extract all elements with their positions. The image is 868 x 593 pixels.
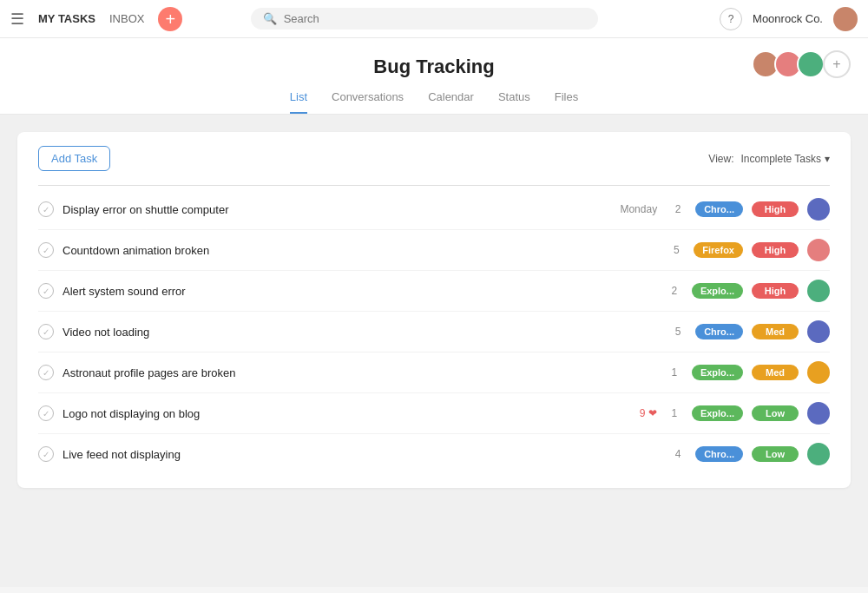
nav-right: ? Moonrock Co.	[720, 7, 858, 31]
inbox-link[interactable]: INBOX	[109, 12, 144, 25]
task-priority-tag-5[interactable]: Low	[752, 405, 799, 421]
add-button[interactable]: +	[158, 7, 182, 31]
task-count-2: 2	[666, 285, 683, 297]
add-task-button[interactable]: Add Task	[38, 146, 110, 171]
main-content: Add Task View: Incomplete Tasks ▾ ✓ Disp…	[0, 115, 868, 587]
task-check-2[interactable]: ✓	[38, 283, 54, 299]
task-priority-tag-6[interactable]: Low	[752, 446, 799, 462]
task-avatar-0	[807, 198, 830, 221]
user-avatar[interactable]	[833, 7, 858, 31]
view-filter[interactable]: View: Incomplete Tasks ▾	[708, 153, 830, 165]
task-check-3[interactable]: ✓	[38, 324, 54, 339]
task-toolbar: Add Task View: Incomplete Tasks ▾	[38, 146, 830, 171]
my-tasks-link[interactable]: MY TASKS	[38, 12, 95, 25]
project-tabs: List Conversations Calendar Status Files	[0, 90, 868, 114]
task-day-0: Monday	[620, 203, 657, 215]
team-avatars: +	[752, 50, 851, 78]
task-row: ✓ Alert system sound error 2 Explo... Hi…	[38, 271, 830, 312]
task-row: ✓ Video not loading 5 Chro... Med	[38, 312, 830, 353]
task-row: ✓ Live feed not displaying 4 Chro... Low	[38, 434, 830, 474]
search-bar: 🔍	[251, 8, 598, 30]
task-priority-tag-4[interactable]: Med	[752, 365, 799, 380]
task-row: ✓ Countdown animation broken 5 Firefox H…	[38, 230, 830, 271]
task-browser-tag-1[interactable]: Firefox	[694, 242, 743, 258]
task-priority-tag-1[interactable]: High	[752, 242, 799, 258]
task-avatar-1	[807, 239, 830, 261]
menu-icon[interactable]: ☰	[10, 10, 24, 29]
task-name-3[interactable]: Video not loading	[62, 326, 661, 339]
search-icon: 🔍	[263, 12, 277, 25]
task-avatar-5	[807, 402, 830, 425]
task-check-0[interactable]: ✓	[38, 201, 54, 217]
help-button[interactable]: ?	[720, 8, 742, 30]
task-check-6[interactable]: ✓	[38, 446, 54, 462]
team-avatar-3[interactable]	[797, 50, 825, 78]
workspace-name: Moonrock Co.	[753, 12, 823, 25]
task-avatar-6	[807, 443, 830, 465]
task-list: ✓ Display error on shuttle computer Mond…	[38, 189, 830, 474]
task-row: ✓ Astronaut profile pages are broken 1 E…	[38, 353, 830, 393]
task-count-0: 2	[669, 203, 687, 215]
task-count-3: 5	[669, 326, 687, 338]
task-count-4: 1	[666, 366, 683, 379]
task-avatar-3	[807, 320, 830, 343]
task-count-1: 5	[667, 244, 685, 256]
task-name-2[interactable]: Alert system sound error	[62, 285, 657, 298]
task-avatar-4	[807, 361, 830, 384]
task-browser-tag-6[interactable]: Chro...	[695, 446, 743, 462]
project-header: Bug Tracking + List Conversations Calend…	[0, 38, 868, 115]
task-row: ✓ Logo not displaying on blog 9 ❤ 1 Expl…	[38, 393, 830, 434]
task-check-1[interactable]: ✓	[38, 242, 54, 258]
task-priority-tag-0[interactable]: High	[752, 201, 799, 217]
task-container: Add Task View: Incomplete Tasks ▾ ✓ Disp…	[17, 132, 851, 488]
search-input[interactable]	[284, 12, 586, 25]
project-title: Bug Tracking	[0, 56, 868, 78]
view-label: View:	[708, 153, 733, 165]
task-name-1[interactable]: Countdown animation broken	[62, 244, 659, 257]
task-check-5[interactable]: ✓	[38, 405, 54, 421]
view-value: Incomplete Tasks	[741, 153, 822, 165]
task-browser-tag-4[interactable]: Explo...	[692, 365, 743, 380]
task-priority-tag-3[interactable]: Med	[752, 324, 799, 339]
task-browser-tag-2[interactable]: Explo...	[692, 283, 743, 299]
tab-list[interactable]: List	[290, 90, 307, 114]
tab-conversations[interactable]: Conversations	[332, 90, 404, 114]
add-member-button[interactable]: +	[823, 50, 851, 78]
tab-calendar[interactable]: Calendar	[428, 90, 474, 114]
task-browser-tag-0[interactable]: Chro...	[695, 201, 743, 217]
task-divider	[38, 185, 830, 186]
task-likes-5: 9 ❤	[640, 407, 657, 419]
task-count-5: 1	[666, 407, 683, 419]
task-name-4[interactable]: Astronaut profile pages are broken	[62, 366, 657, 379]
task-priority-tag-2[interactable]: High	[752, 283, 799, 299]
task-name-5[interactable]: Logo not displaying on blog	[62, 407, 631, 420]
tab-status[interactable]: Status	[498, 90, 530, 114]
task-browser-tag-5[interactable]: Explo...	[692, 405, 743, 421]
top-navigation: ☰ MY TASKS INBOX + 🔍 ? Moonrock Co.	[0, 0, 868, 38]
task-name-0[interactable]: Display error on shuttle computer	[62, 203, 611, 216]
tab-files[interactable]: Files	[555, 90, 578, 114]
task-check-4[interactable]: ✓	[38, 365, 54, 380]
task-row: ✓ Display error on shuttle computer Mond…	[38, 189, 830, 230]
task-count-6: 4	[669, 448, 687, 460]
chevron-down-icon: ▾	[825, 153, 830, 165]
task-name-6[interactable]: Live feed not displaying	[62, 448, 661, 461]
task-browser-tag-3[interactable]: Chro...	[695, 324, 743, 339]
task-avatar-2	[807, 280, 830, 302]
